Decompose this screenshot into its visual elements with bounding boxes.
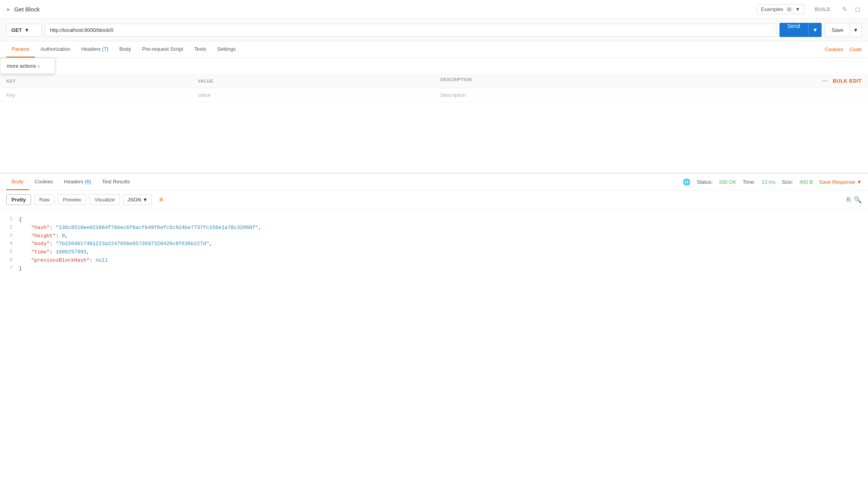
url-input[interactable]	[45, 24, 776, 37]
wrap-lines-button[interactable]: ≡	[155, 194, 167, 206]
send-button-label: Send	[779, 23, 808, 37]
tab-body[interactable]: Body	[114, 41, 137, 57]
tab-pre-request-script[interactable]: Pre-request Script	[137, 41, 189, 57]
response-section: Body Cookies Headers (6) Test Results 🌐 …	[0, 173, 868, 279]
top-bar-left: ► Get Block	[6, 6, 40, 13]
col-key: KEY	[0, 74, 192, 88]
request-tabs-bar: Params Authorization Headers (7) Body Pr…	[0, 41, 868, 58]
response-tab-body[interactable]: Body	[6, 174, 29, 190]
response-tab-test-results[interactable]: Test Results	[96, 174, 135, 190]
top-bar: ► Get Block Examples 0 ▼ BUILD ✎ ◻	[0, 0, 868, 19]
format-tab-preview[interactable]: Preview	[58, 194, 86, 205]
top-bar-right: Examples 0 ▼ BUILD ✎ ◻	[757, 4, 862, 15]
format-right: ⎘ 🔍	[847, 196, 862, 203]
examples-count: 0	[786, 7, 793, 12]
code-line-3: 3 "height": 0,	[3, 232, 865, 240]
params-empty-space	[0, 102, 868, 173]
response-tabs-bar: Body Cookies Headers (6) Test Results 🌐 …	[0, 174, 868, 190]
status-label: Status:	[697, 179, 713, 185]
description-cell[interactable]: Description	[434, 88, 868, 102]
more-actions-extra: s	[37, 63, 40, 69]
more-actions-container: more actions s	[0, 58, 868, 74]
params-table: KEY VALUE DESCRIPTION ⋯ Bulk Edit Key	[0, 74, 868, 102]
tab-settings[interactable]: Settings	[212, 41, 241, 57]
chevron-down-icon: ▼	[795, 6, 800, 12]
send-dropdown-icon[interactable]: ▼	[808, 23, 822, 37]
format-tab-pretty[interactable]: Pretty	[6, 194, 31, 205]
format-select-value: JSON	[127, 197, 141, 203]
status-value: 200 OK	[719, 179, 736, 185]
params-section: KEY VALUE DESCRIPTION ⋯ Bulk Edit Key	[0, 74, 868, 102]
code-line-6: 6 "previousBlockHash": null	[3, 257, 865, 265]
method-text: GET	[11, 27, 22, 33]
size-label: Size:	[782, 179, 793, 185]
format-select-chevron: ▼	[143, 197, 148, 203]
save-response-button[interactable]: Save Response ▼	[819, 179, 862, 185]
code-line-2: 2 "hash": "135c8518ee021884f70bec6f8acfb…	[3, 224, 865, 232]
examples-button[interactable]: Examples 0 ▼	[757, 4, 805, 14]
more-actions-dropdown: more actions s	[0, 58, 55, 74]
more-options-icon[interactable]: ⋯	[822, 77, 828, 85]
value-cell[interactable]: Value	[192, 88, 434, 102]
key-cell[interactable]: Key	[0, 88, 192, 102]
table-row-empty: Key Value Description	[0, 88, 868, 102]
col-value: VALUE	[192, 74, 434, 88]
more-options-icon-button[interactable]: ◻	[853, 4, 862, 15]
save-dropdown-icon[interactable]: ▼	[850, 23, 861, 37]
code-line-5: 5 "time": 1606257993,	[3, 248, 865, 257]
page-title: Get Block	[14, 6, 40, 13]
time-value: 13 ms	[761, 179, 775, 185]
copy-button[interactable]: ⎘	[847, 196, 851, 203]
edit-icon-button[interactable]: ✎	[840, 4, 849, 15]
response-body-code: 1 { 2 "hash": "135c8518ee021884f70bec6f8…	[0, 209, 868, 279]
url-bar: GET ▼ Send ▼ Save ▼	[0, 19, 868, 41]
code-link[interactable]: Code	[850, 46, 862, 52]
cookies-link[interactable]: Cookies	[825, 46, 843, 52]
tabs-right: Cookies Code	[825, 46, 862, 52]
save-response-dropdown-icon: ▼	[857, 179, 862, 185]
method-dropdown-icon: ▼	[24, 27, 30, 33]
size-value: 400 B	[800, 179, 813, 185]
response-tab-headers[interactable]: Headers (6)	[59, 174, 97, 190]
globe-icon: 🌐	[683, 178, 691, 186]
more-actions-label: more actions	[7, 63, 36, 69]
save-button-label: Save	[825, 23, 850, 37]
tab-authorization[interactable]: Authorization	[35, 41, 76, 57]
examples-label: Examples	[761, 6, 783, 12]
format-tab-visualize[interactable]: Visualize	[89, 194, 120, 205]
tab-headers[interactable]: Headers (7)	[76, 41, 114, 57]
response-tab-cookies[interactable]: Cookies	[29, 174, 59, 190]
send-button[interactable]: Send ▼	[779, 23, 822, 37]
search-button[interactable]: 🔍	[854, 196, 862, 203]
bulk-edit-button[interactable]: Bulk Edit	[833, 78, 862, 84]
method-select[interactable]: GET ▼	[6, 24, 42, 37]
format-select[interactable]: JSON ▼	[123, 194, 152, 205]
tab-params[interactable]: Params	[6, 41, 35, 57]
format-tab-raw[interactable]: Raw	[34, 194, 55, 205]
col-description: DESCRIPTION ⋯ Bulk Edit	[434, 74, 868, 88]
response-format-bar: Pretty Raw Preview Visualize JSON ▼ ≡ ⎘ …	[0, 190, 868, 209]
time-label: Time:	[742, 179, 755, 185]
code-line-7: 7 }	[3, 265, 865, 273]
build-button[interactable]: BUILD	[809, 5, 836, 14]
more-actions-item[interactable]: more actions s	[0, 60, 55, 72]
code-line-1: 1 {	[3, 216, 865, 224]
tab-tests[interactable]: Tests	[189, 41, 212, 57]
code-line-4: 4 "body": "7b2264617461223a2247656e65736…	[3, 240, 865, 248]
chevron-right-icon: ►	[6, 7, 11, 12]
response-status-bar: 🌐 Status: 200 OK Time: 13 ms Size: 400 B…	[683, 178, 862, 186]
save-button[interactable]: Save ▼	[825, 23, 862, 37]
